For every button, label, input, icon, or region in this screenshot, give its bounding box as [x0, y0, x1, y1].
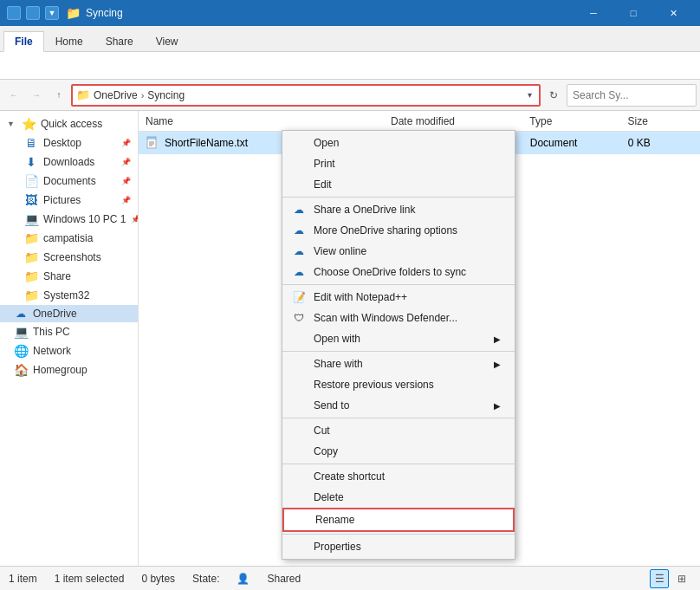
ctx-open-icon: [291, 135, 307, 151]
tab-view[interactable]: View: [145, 31, 190, 51]
ctx-sep-5: [282, 464, 515, 464]
ctx-label-delete: Delete: [314, 491, 344, 503]
maximize-button[interactable]: □: [613, 0, 653, 26]
ctx-item-cut[interactable]: Cut: [282, 420, 515, 441]
sidebar-item-share[interactable]: 📁 Share: [0, 267, 138, 286]
svg-rect-1: [147, 137, 156, 139]
sidebar-item-onedrive[interactable]: ☁ OneDrive: [0, 305, 138, 322]
ctx-item-edit-notepad[interactable]: 📝 Edit with Notepad++: [282, 287, 515, 308]
ctx-item-print[interactable]: Print: [282, 153, 515, 174]
ctx-item-view-online[interactable]: ☁ View online: [282, 241, 515, 262]
ctx-sharelink-icon: ☁: [291, 202, 307, 217]
ctx-item-open-with[interactable]: Open with ▶: [282, 328, 515, 349]
minimize-button[interactable]: ─: [574, 0, 613, 26]
ctx-copy-icon: [291, 444, 307, 459]
close-button[interactable]: ✕: [653, 0, 693, 26]
sidebar-item-desktop[interactable]: 🖥 Desktop 📌: [0, 133, 138, 152]
sidebar-item-quick-access[interactable]: ▼ ⭐ Quick access: [0, 114, 138, 133]
sidebar-item-campatisia[interactable]: 📁 campatisia: [0, 229, 138, 248]
col-header-name[interactable]: Name: [146, 115, 391, 127]
share-folder-icon: 📁: [24, 269, 38, 283]
downloads-pin-icon: 📌: [121, 158, 131, 166]
sidebar-item-pictures[interactable]: 🖼 Pictures 📌: [0, 191, 138, 210]
sidebar-item-system32[interactable]: 📁 System32: [0, 286, 138, 305]
up-button[interactable]: ↑: [49, 85, 69, 106]
col-header-type[interactable]: Type: [529, 115, 627, 127]
sidebar-label-windows10pc: Windows 10 PC 1: [43, 213, 126, 225]
ctx-item-share-link[interactable]: ☁ Share a OneDrive link: [282, 199, 515, 220]
back-button[interactable]: ←: [3, 85, 24, 106]
ctx-cut-icon: [291, 423, 307, 438]
sidebar-item-windows10pc[interactable]: 💻 Windows 10 PC 1 📌: [0, 210, 138, 229]
main-area: ▼ ⭐ Quick access 🖥 Desktop 📌 ⬇ Downloads…: [0, 111, 700, 566]
search-input[interactable]: [573, 89, 700, 101]
view-large-icons-button[interactable]: ⊞: [672, 569, 691, 588]
ctx-label-copy: Copy: [314, 445, 338, 457]
col-header-modified[interactable]: Date modified: [391, 115, 529, 127]
toolbar: ← → ↑ 📁 OneDrive › Syncing ▾ ↻ 🔍: [0, 80, 700, 111]
search-box[interactable]: 🔍: [567, 84, 697, 107]
ctx-item-more-sharing[interactable]: ☁ More OneDrive sharing options: [282, 220, 515, 241]
ctx-label-properties: Properties: [314, 541, 361, 553]
sidebar-label-desktop: Desktop: [43, 137, 81, 149]
sidebar-item-homegroup[interactable]: 🏠 Homegroup: [0, 360, 138, 379]
ctx-item-send-to[interactable]: Send to ▶: [282, 395, 515, 416]
address-crumb-syncing[interactable]: Syncing: [147, 89, 185, 101]
sidebar-item-thispc[interactable]: 💻 This PC: [0, 322, 138, 341]
ctx-item-properties[interactable]: Properties: [282, 536, 515, 557]
ctx-label-edit: Edit: [314, 178, 332, 191]
ctx-sharewith-arrow: ▶: [494, 360, 501, 369]
ctx-item-delete[interactable]: Delete: [282, 487, 515, 508]
address-crumb-onedrive[interactable]: OneDrive: [94, 89, 138, 101]
sidebar-label-documents: Documents: [43, 175, 96, 187]
tab-share[interactable]: Share: [94, 31, 145, 51]
pictures-icon: 🖼: [24, 193, 38, 207]
ctx-item-rename[interactable]: Rename: [282, 508, 515, 532]
ctx-label-open: Open: [314, 137, 339, 149]
column-headers: Name Date modified Type Size: [139, 111, 700, 132]
ctx-item-restore[interactable]: Restore previous versions: [282, 374, 515, 395]
sidebar-item-documents[interactable]: 📄 Documents 📌: [0, 172, 138, 191]
status-selected: 1 item selected: [55, 573, 125, 585]
ctx-label-cut: Cut: [314, 425, 330, 437]
pictures-pin-icon: 📌: [121, 196, 131, 204]
ctx-sep-2: [282, 284, 515, 285]
sidebar: ▼ ⭐ Quick access 🖥 Desktop 📌 ⬇ Downloads…: [0, 111, 139, 566]
col-header-size[interactable]: Size: [628, 115, 693, 127]
ctx-rename-icon: [293, 512, 308, 528]
ctx-label-choose-folders: Choose OneDrive folders to sync: [314, 266, 466, 278]
refresh-button[interactable]: ↻: [542, 84, 565, 107]
sidebar-item-downloads[interactable]: ⬇ Downloads 📌: [0, 152, 138, 172]
file-size: 0 KB: [628, 137, 693, 149]
title-bar-controls: ─ □ ✕: [574, 0, 693, 26]
ctx-label-more-sharing: More OneDrive sharing options: [314, 224, 457, 237]
sidebar-item-screenshots[interactable]: 📁 Screenshots: [0, 248, 138, 267]
title-bar-icon-3: ▼: [45, 6, 59, 20]
ctx-item-copy[interactable]: Copy: [282, 441, 515, 462]
ctx-edit-icon: [291, 177, 307, 192]
tab-file[interactable]: File: [3, 31, 44, 52]
ctx-openwith-arrow: ▶: [494, 334, 501, 344]
title-bar-icons: ▼: [7, 6, 59, 20]
sidebar-item-network[interactable]: 🌐 Network: [0, 341, 138, 360]
forward-button[interactable]: →: [26, 85, 47, 106]
tab-home[interactable]: Home: [44, 31, 94, 51]
ctx-label-edit-notepad: Edit with Notepad++: [314, 291, 407, 303]
desktop-icon: 🖥: [24, 136, 38, 150]
ctx-editnotepad-icon: 📝: [291, 289, 307, 305]
ctx-item-choose-folders[interactable]: ☁ Choose OneDrive folders to sync: [282, 262, 515, 282]
ctx-item-open[interactable]: Open: [282, 133, 515, 153]
ctx-item-share-with[interactable]: Share with ▶: [282, 353, 515, 374]
ctx-item-create-shortcut[interactable]: Create shortcut: [282, 466, 515, 487]
ctx-item-scan-defender[interactable]: 🛡 Scan with Windows Defender...: [282, 308, 515, 328]
ctx-label-create-shortcut: Create shortcut: [314, 470, 385, 483]
status-size: 0 bytes: [141, 573, 175, 585]
address-bar[interactable]: 📁 OneDrive › Syncing ▾: [71, 84, 541, 107]
ctx-label-open-with: Open with: [314, 333, 360, 345]
address-dropdown-icon[interactable]: ▾: [524, 90, 535, 100]
sidebar-label-quick-access: Quick access: [41, 118, 102, 130]
view-details-button[interactable]: ☰: [650, 569, 669, 588]
ctx-label-restore: Restore previous versions: [314, 379, 434, 391]
ctx-item-edit[interactable]: Edit: [282, 174, 515, 195]
ctx-label-rename: Rename: [315, 514, 354, 526]
